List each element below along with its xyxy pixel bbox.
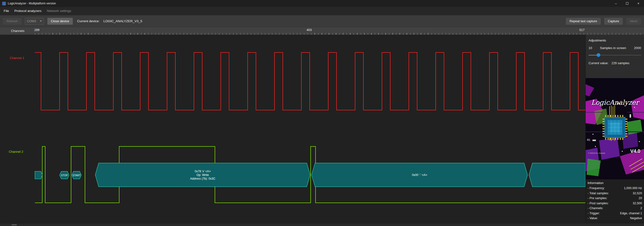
protocol-segment-text: 0x78 'x' <A> <box>195 170 210 173</box>
information-title: Information <box>586 179 644 186</box>
logo-title: LogicAnalyzer <box>586 99 644 106</box>
port-select[interactable]: COM3 <box>25 18 44 25</box>
info-row: - Trigger:Edge, channel 1 <box>586 211 644 216</box>
slider-thumb[interactable] <box>596 53 600 57</box>
info-row: - Frequency:1,000.000 Hz <box>586 186 644 191</box>
current-value: 229 samples <box>612 61 630 65</box>
waveform-canvas[interactable]: STOPSTART0x78 'x' <A>Op: WriteAddress (7… <box>0 35 586 223</box>
current-value-label: Current value: <box>588 61 608 65</box>
info-value: 32,520 <box>633 191 642 196</box>
titlebar: LogicAnalyzer - Multiplatform version – … <box>0 0 644 7</box>
information-rows: - Frequency:1,000.000 Hz- Total samples:… <box>586 186 644 221</box>
adjustments-title: Adjustments <box>586 35 644 42</box>
close-device-button[interactable]: Close device <box>48 18 73 25</box>
logo-part-label: R1 <box>587 139 590 141</box>
protocol-segment <box>35 171 42 179</box>
channels-header-label: Channels <box>11 29 24 33</box>
toolbar: Refresh COM3 Close device Current device… <box>0 15 644 27</box>
current-value-row: Current value: 229 samples <box>586 61 644 65</box>
samples-slider[interactable] <box>588 53 641 57</box>
channel-2-label: Channel 2 <box>9 150 23 154</box>
info-row: - Total samples:32,520 <box>586 191 644 196</box>
horizontal-scrollbar-thumb[interactable] <box>12 224 17 225</box>
maximize-button[interactable] <box>622 0 633 7</box>
abort-button[interactable]: Abort <box>626 18 641 25</box>
protocol-segment-text: 0x00 '.' <A> <box>412 173 428 177</box>
main-area: STOPSTART0x78 'x' <A>Op: WriteAddress (7… <box>0 35 644 223</box>
protocol-segment-text: Op: Write <box>196 173 209 177</box>
slider-track[interactable] <box>598 55 641 55</box>
capture-button[interactable]: Capture <box>604 18 623 25</box>
logo-version: V4.0 <box>630 148 640 154</box>
info-row: - Post samples:32,500 <box>586 201 644 206</box>
protocol-segment <box>529 163 586 187</box>
info-label: - Total samples: <box>588 191 609 196</box>
info-row: - Channels:2 <box>586 206 644 211</box>
waveform-area[interactable]: STOPSTART0x78 'x' <A>Op: WriteAddress (7… <box>0 35 586 223</box>
info-row: - Value:Negative <box>586 216 644 221</box>
ruler-tick-label: 403 <box>307 28 312 32</box>
menu-protocol-analyzers[interactable]: Protocol analyzers <box>12 7 44 15</box>
ruler-tick-marks <box>35 33 643 35</box>
sample-ruler: Channels 289403517 <box>0 27 644 35</box>
menu-file[interactable]: File <box>1 7 12 15</box>
information-panel: Information - Frequency:1,000.000 Hz- To… <box>586 179 644 223</box>
info-label: - Post samples: <box>588 201 608 206</box>
info-label: - Trigger: <box>588 211 600 216</box>
logo-panel: LogicAnalyzer V4.0 R1 © 2023 El Dr. Gusm… <box>586 78 644 179</box>
ruler-tick-label: 517 <box>580 28 585 32</box>
ruler-tick-label: 289 <box>34 28 40 32</box>
close-button[interactable]: × <box>633 0 644 7</box>
samples-min-value: 10 <box>588 46 592 50</box>
info-value: 2 <box>640 206 642 211</box>
samples-in-screen-label: Samples in screen <box>600 46 626 50</box>
current-device-value: LOGIC_ANALYZER_V3_5 <box>104 19 142 23</box>
maximize-icon <box>626 2 628 5</box>
info-value: Edge, channel 1 <box>620 211 642 216</box>
horizontal-scrollbar[interactable] <box>0 223 644 226</box>
repeat-last-capture-button[interactable]: Repeat last capture <box>566 18 601 25</box>
logo-copyright: © 2023 El Dr. Gusman <box>588 152 605 154</box>
app-window: LogicAnalyzer - Multiplatform version – … <box>0 0 644 226</box>
info-label: - Pre samples: <box>588 196 607 201</box>
window-controls: – × <box>610 0 644 7</box>
channel-1-label: Channel 1 <box>10 56 24 60</box>
samples-in-screen-row: 10 Samples in screen 2000 <box>586 46 644 50</box>
info-label: - Frequency: <box>588 186 605 191</box>
minimize-button[interactable]: – <box>610 0 622 7</box>
port-select-value: COM3 <box>27 19 36 23</box>
info-value: 20 <box>639 196 642 201</box>
info-value: 1,000.000 Hz <box>624 186 642 191</box>
current-device-label: Current device: <box>77 19 100 23</box>
protocol-segment-text: STOP <box>61 174 68 177</box>
chevron-down-icon <box>40 20 42 22</box>
protocol-segment-text: Address (7b): 0x3C <box>190 177 216 180</box>
app-icon <box>2 2 6 5</box>
menu-network-settings[interactable]: Network settings <box>44 7 74 15</box>
window-title: LogicAnalyzer - Multiplatform version <box>8 2 56 5</box>
info-row: - Pre samples:20 <box>586 196 644 201</box>
channel-1-trace <box>35 52 586 110</box>
side-panel: Adjustments 10 Samples in screen 2000 Cu… <box>586 35 644 223</box>
info-label: - Channels: <box>588 206 603 211</box>
info-label: - Value: <box>588 216 598 221</box>
info-value: Negative <box>630 216 642 221</box>
refresh-button[interactable]: Refresh <box>3 18 22 25</box>
logo-image <box>586 78 644 179</box>
info-value: 32,500 <box>633 201 642 206</box>
menubar: File Protocol analyzers Network settings <box>0 7 644 15</box>
samples-max-value: 2000 <box>634 46 641 50</box>
protocol-segment-text: START <box>72 174 81 177</box>
